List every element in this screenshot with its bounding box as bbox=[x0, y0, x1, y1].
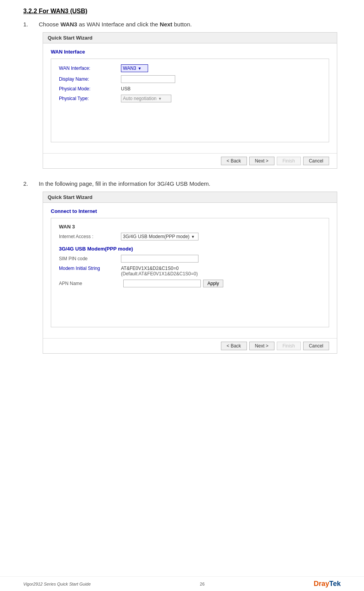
step1-description: Choose WAN3 as WAN Interface and click t… bbox=[39, 21, 192, 28]
internet-access-label: Internet Access : bbox=[59, 234, 121, 239]
apn-apply-button[interactable]: Apply bbox=[203, 280, 223, 287]
modem-init-value: AT&FE0V1X1&D2&C1S0=0 bbox=[121, 266, 198, 271]
wizard2-section-label: Connect to Internet bbox=[51, 208, 329, 214]
wizard2-inner-box: WAN 3 Internet Access : 3G/4G USB Modem(… bbox=[51, 218, 329, 327]
footer-page-number: 26 bbox=[200, 582, 205, 586]
apn-name-input[interactable] bbox=[123, 280, 201, 287]
modem-init-label: Modem Initial String bbox=[59, 266, 121, 271]
internet-access-arrow-icon: ▼ bbox=[191, 235, 195, 239]
wan-interface-row: WAN Interface: WAN3 ▼ bbox=[59, 64, 321, 72]
internet-access-row: Internet Access : 3G/4G USB Modem(PPP mo… bbox=[59, 233, 321, 240]
display-name-input[interactable] bbox=[121, 75, 175, 83]
physical-type-value: Auto negotiation bbox=[123, 96, 157, 101]
wizard1-next-button[interactable]: Next > bbox=[249, 157, 274, 165]
step2-line: 2. In the following page, fill in the in… bbox=[23, 180, 341, 187]
apn-name-row: APN Name Apply bbox=[59, 280, 321, 287]
footer-tek-text: Tek bbox=[329, 580, 341, 588]
wizard2-subsection-label: 3G/4G USB Modem(PPP mode) bbox=[59, 246, 321, 252]
wizard1-container: Quick Start Wizard WAN Interface WAN Int… bbox=[43, 32, 337, 169]
physical-type-arrow-icon: ▼ bbox=[158, 97, 162, 101]
display-name-row: Display Name: bbox=[59, 75, 321, 83]
apn-name-label: APN Name bbox=[59, 281, 121, 286]
wizard1-body: WAN Interface WAN Interface: WAN3 ▼ Disp… bbox=[43, 43, 337, 153]
wizard1-header: Quick Start Wizard bbox=[43, 33, 337, 43]
sim-pin-input[interactable] bbox=[121, 255, 198, 263]
step2-block: 2. In the following page, fill in the in… bbox=[23, 180, 341, 354]
step1-number: 1. bbox=[23, 21, 35, 28]
wizard1-cancel-button[interactable]: Cancel bbox=[303, 157, 329, 165]
wizard2-cancel-button[interactable]: Cancel bbox=[303, 342, 329, 350]
wan-interface-label: WAN Interface: bbox=[59, 66, 121, 71]
sim-pin-label: SIM PIN code bbox=[59, 256, 121, 261]
footer-dray-text: Dray bbox=[314, 580, 329, 588]
wizard2-footer: < Back Next > Finish Cancel bbox=[43, 338, 337, 353]
physical-type-select[interactable]: Auto negotiation ▼ bbox=[121, 95, 171, 102]
display-name-label: Display Name: bbox=[59, 76, 121, 82]
wizard1-finish-button: Finish bbox=[277, 157, 301, 165]
wizard2-spacer bbox=[59, 290, 321, 321]
physical-type-label: Physical Type: bbox=[59, 96, 121, 101]
wizard1-footer: < Back Next > Finish Cancel bbox=[43, 153, 337, 168]
step2-description: In the following page, fill in the infor… bbox=[39, 180, 210, 187]
wizard2-finish-button: Finish bbox=[277, 342, 301, 350]
modem-init-values: AT&FE0V1X1&D2&C1S0=0 (Default:AT&FE0V1X1… bbox=[121, 266, 198, 276]
wizard2-next-button[interactable]: Next > bbox=[249, 342, 274, 350]
wizard2-body: Connect to Internet WAN 3 Internet Acces… bbox=[43, 203, 337, 338]
wan-interface-value: WAN3 bbox=[123, 66, 136, 71]
wan-interface-arrow-icon: ▼ bbox=[138, 66, 141, 71]
step1-block: 1. Choose WAN3 as WAN Interface and clic… bbox=[23, 21, 341, 169]
wan3-label: WAN 3 bbox=[59, 224, 321, 230]
wizard2-back-button[interactable]: < Back bbox=[221, 342, 247, 350]
page-footer: Vigor2912 Series Quick Start Guide 26 Dr… bbox=[0, 576, 364, 591]
step1-line: 1. Choose WAN3 as WAN Interface and clic… bbox=[23, 21, 341, 28]
wan-interface-select[interactable]: WAN3 ▼ bbox=[121, 64, 148, 72]
footer-brand: DrayTek bbox=[314, 580, 341, 588]
modem-init-row: Modem Initial String AT&FE0V1X1&D2&C1S0=… bbox=[59, 266, 321, 276]
wizard1-spacer bbox=[59, 105, 321, 137]
physical-mode-value: USB bbox=[121, 86, 131, 92]
sim-pin-row: SIM PIN code bbox=[59, 255, 321, 263]
wizard1-inner-box: WAN Interface: WAN3 ▼ Display Name: Phys… bbox=[51, 59, 329, 142]
step2-number: 2. bbox=[23, 180, 35, 187]
wizard1-back-button[interactable]: < Back bbox=[221, 157, 247, 165]
internet-access-select[interactable]: 3G/4G USB Modem(PPP mode) ▼ bbox=[121, 233, 198, 240]
physical-mode-label: Physical Mode: bbox=[59, 86, 121, 92]
footer-guide-label: Vigor2912 Series Quick Start Guide bbox=[23, 582, 91, 586]
physical-mode-row: Physical Mode: USB bbox=[59, 86, 321, 92]
wizard2-header: Quick Start Wizard bbox=[43, 192, 337, 203]
wizard2-container: Quick Start Wizard Connect to Internet W… bbox=[43, 192, 337, 354]
internet-access-value: 3G/4G USB Modem(PPP mode) bbox=[123, 234, 190, 239]
wizard1-section-label: WAN Interface bbox=[51, 49, 329, 55]
physical-type-row: Physical Type: Auto negotiation ▼ bbox=[59, 95, 321, 102]
section-title: 3.2.2 For WAN3 (USB) bbox=[23, 8, 341, 15]
modem-init-default: (Default:AT&FE0V1X1&D2&C1S0=0) bbox=[121, 271, 198, 276]
